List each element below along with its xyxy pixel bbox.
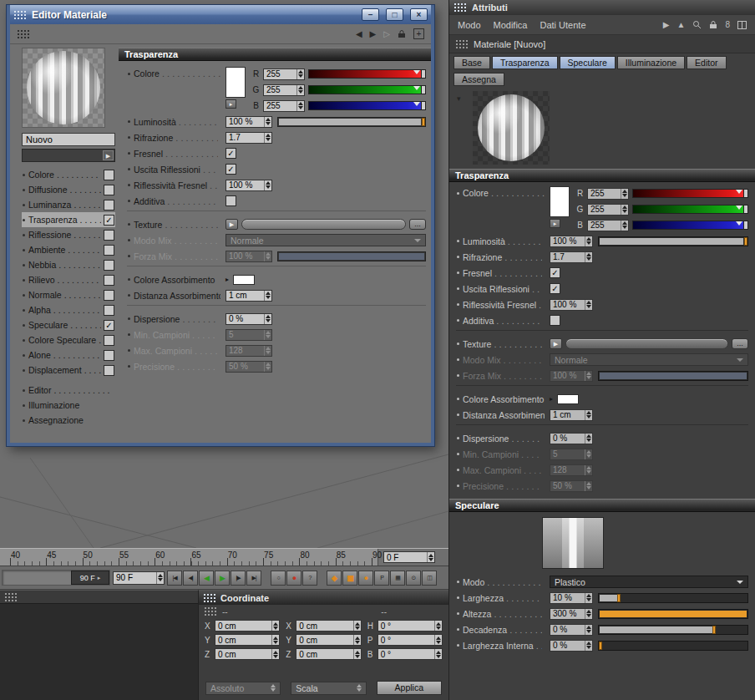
channel-checkbox[interactable] — [104, 245, 114, 256]
window-titlebar[interactable]: Editor Materiale – □ × — [10, 5, 431, 24]
attribute-tab[interactable]: Trasparenza — [492, 56, 558, 69]
channel-item[interactable]: Displacement — [22, 363, 115, 378]
am-altezza-field[interactable]: 300 % — [550, 608, 593, 620]
am-assorbimento-expander[interactable]: ▸ — [550, 395, 553, 403]
am-decadenza-field[interactable]: 0 % — [550, 624, 593, 636]
channel-item[interactable]: Trasparenza ✓ — [22, 212, 115, 227]
am-texture-arrow-button[interactable]: ▶ — [550, 338, 562, 349]
am-green-field[interactable]: 255 — [587, 204, 629, 216]
am-modo-dropdown[interactable]: Plastico — [550, 576, 748, 588]
channel-item[interactable]: Luminanza — [22, 197, 115, 212]
am-rifl-fresnel-field[interactable]: 100 % — [550, 299, 593, 311]
rotation-p-field[interactable]: 0 ° — [378, 634, 443, 646]
me-texture-slot[interactable] — [241, 219, 406, 230]
me-rifl-fresnel-field[interactable]: 100 % — [225, 180, 272, 191]
scale-x-field[interactable]: 0 cm — [296, 620, 361, 632]
channel-checkbox[interactable] — [104, 365, 114, 376]
channel-item[interactable]: Alpha — [22, 302, 115, 317]
me-color-swatch[interactable] — [225, 67, 246, 98]
playback-button[interactable]: ▶ — [215, 571, 230, 586]
me-preview-box[interactable] — [22, 48, 105, 128]
new-window-icon[interactable]: + — [413, 28, 424, 39]
me-distanza-field[interactable]: 1 cm — [225, 290, 272, 302]
materials-panel[interactable] — [0, 590, 198, 700]
figure-eight-icon[interactable]: 8 — [725, 20, 730, 29]
size-mode-dropdown[interactable]: Scala — [291, 682, 366, 695]
timeline-ruler[interactable]: 4045505560657075808590 0 F — [0, 548, 448, 566]
section-header-trasparenza[interactable]: Trasparenza — [449, 169, 755, 182]
am-assorbimento-swatch[interactable] — [557, 394, 579, 404]
am-additiva-checkbox[interactable] — [550, 315, 560, 326]
preview-expander-icon[interactable]: ▾ — [457, 94, 461, 103]
position-y-field[interactable]: 0 cm — [215, 634, 280, 646]
channel-item[interactable]: Speculare ✓ — [22, 317, 115, 332]
me-red-field[interactable]: 255 — [263, 68, 305, 80]
me-texture-browse-button[interactable]: ... — [409, 219, 426, 230]
mode-dropdown[interactable]: Assoluto — [205, 682, 281, 695]
channel-item[interactable]: Colore — [22, 167, 115, 182]
channel-item[interactable]: Riflessione — [22, 227, 115, 242]
playback-button[interactable]: ◀| — [183, 571, 198, 586]
channel-checkbox[interactable] — [104, 260, 114, 271]
position-z-field[interactable]: 0 cm — [215, 648, 280, 660]
me-luminosita-field[interactable]: 100 % — [225, 116, 272, 128]
me-assorbimento-swatch[interactable] — [233, 275, 255, 285]
keyframe-tool-button[interactable]: ◆ — [327, 571, 342, 586]
material-name-field[interactable]: Nuovo — [22, 133, 115, 146]
me-texture-arrow-button[interactable]: ▶ — [225, 219, 238, 230]
menu-dati-utente[interactable]: Dati Utente — [540, 20, 586, 30]
minimize-button[interactable]: – — [362, 8, 379, 21]
ruler-scale[interactable]: 4045505560657075808590 — [0, 549, 378, 566]
am-red-field[interactable]: 255 — [587, 188, 629, 200]
channel-checkbox[interactable] — [104, 290, 114, 301]
am-larghezza-field[interactable]: 10 % — [550, 592, 593, 604]
channel-item[interactable]: Rilievo — [22, 272, 115, 287]
channel-checkbox[interactable] — [104, 335, 114, 346]
am-larghezza-slider[interactable] — [598, 593, 748, 603]
panel-layout-icon[interactable] — [737, 21, 747, 29]
channel-checkbox[interactable] — [104, 185, 114, 195]
me-green-field[interactable]: 255 — [263, 84, 305, 96]
me-fresnel-checkbox[interactable]: ✓ — [225, 148, 236, 159]
am-green-gradient[interactable] — [632, 205, 748, 214]
am-larghezza-interna-field[interactable]: 0 % — [550, 640, 593, 652]
am-decadenza-slider[interactable] — [598, 625, 748, 635]
am-blue-field[interactable]: 255 — [587, 220, 629, 231]
menu-modo[interactable]: Modo — [458, 20, 481, 30]
keyframe-tool-button[interactable]: ⊙ — [406, 571, 421, 586]
am-uscita-checkbox[interactable]: ✓ — [550, 283, 560, 294]
am-rifrazione-field[interactable]: 1.7 — [550, 251, 593, 263]
nav-up-icon[interactable]: ▲ — [677, 20, 686, 29]
me-additiva-checkbox[interactable] — [225, 195, 236, 206]
am-altezza-slider[interactable] — [598, 609, 748, 619]
material-preview-box[interactable] — [473, 91, 550, 165]
am-texture-slot[interactable] — [565, 338, 728, 349]
channel-page-item[interactable]: Editor — [22, 383, 115, 398]
rotation-h-field[interactable]: 0 ° — [378, 620, 443, 632]
record-button[interactable]: ● — [286, 571, 301, 586]
am-luminosita-field[interactable]: 100 % — [550, 236, 593, 247]
channel-item[interactable]: Colore Speculare — [22, 332, 115, 347]
menu-modifica[interactable]: Modifica — [494, 20, 528, 30]
scale-y-field[interactable]: 0 cm — [296, 634, 361, 646]
me-assorbimento-expander[interactable]: ▸ — [225, 276, 229, 283]
record-button[interactable]: ? — [302, 571, 317, 586]
me-red-gradient[interactable] — [308, 69, 426, 79]
am-fresnel-checkbox[interactable]: ✓ — [550, 267, 560, 278]
channel-item[interactable]: Normale — [22, 287, 115, 302]
scale-z-field[interactable]: 0 cm — [296, 648, 361, 660]
channel-page-item[interactable]: Illuminazione — [22, 398, 115, 413]
channel-item[interactable]: Nebbia — [22, 257, 115, 272]
keyframe-tool-button[interactable]: ▦ — [390, 571, 405, 586]
record-button[interactable]: ○ — [271, 571, 286, 586]
am-larghezza-interna-slider[interactable] — [598, 641, 748, 651]
playback-button[interactable]: |◀ — [167, 571, 182, 586]
material-selector-dropdown[interactable]: ▶ — [22, 149, 115, 162]
range-end-handle[interactable]: 90 F ▸ — [71, 571, 109, 585]
lock-icon[interactable] — [398, 29, 406, 38]
am-blue-gradient[interactable] — [632, 221, 748, 230]
playback-button[interactable]: ◀ — [199, 571, 214, 586]
me-rifrazione-field[interactable]: 1.7 — [225, 132, 272, 144]
attribute-tab[interactable]: Base — [454, 56, 490, 69]
channel-checkbox[interactable] — [104, 200, 114, 211]
